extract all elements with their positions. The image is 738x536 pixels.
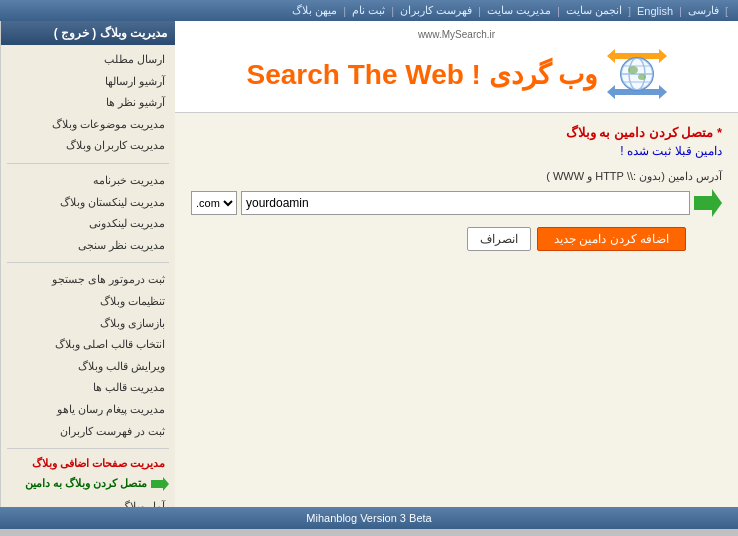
logo-text: وب گردی ! Search The Web — [247, 58, 599, 91]
domain-label: آدرس دامین (بدون :\\ HTTP و WWW ) — [191, 170, 722, 183]
sidebar-link-linkstan[interactable]: مدیریت لینکستان وبلاگ — [1, 192, 175, 214]
arrow-icon — [694, 189, 722, 217]
add-domain-button[interactable]: اضافه کردن دامین جدید — [537, 227, 686, 251]
topbar-link-mihanblog[interactable]: میهن بلاگ — [292, 4, 337, 17]
input-row: .com .net .org .ir — [191, 189, 722, 217]
sidebar-link-settings[interactable]: تنظیمات وبلاگ — [1, 291, 175, 313]
sidebar-link-archive-comments[interactable]: آرشیو نظر ها — [1, 92, 175, 114]
logo-area: www.MySearch.ir — [175, 21, 738, 113]
content-area: www.MySearch.ir — [175, 21, 738, 507]
sidebar-link-select-template[interactable]: انتخاب قالب اصلی وبلاگ — [1, 334, 175, 356]
sidebar-green-arrow-icon — [151, 477, 169, 491]
topbar-link-forum[interactable]: انجمن سایت — [566, 4, 622, 17]
svg-point-8 — [628, 66, 638, 74]
footer: Mihanblog Version 3 Beta — [0, 507, 738, 529]
sidebar: مدیریت وبلاگ ( خروج ) ارسال مطلب آرشیو ا… — [0, 21, 175, 507]
top-bar: میهن بلاگ | ثبت نام | فهرست کاربران | مد… — [0, 0, 738, 21]
tld-select[interactable]: .com .net .org .ir — [191, 191, 237, 215]
topbar-lang-en[interactable]: English — [637, 5, 673, 17]
sidebar-group-3: ثبت درموتور های جستجو تنظیمات وبلاگ بازس… — [1, 267, 175, 444]
footer-text: Mihanblog Version 3 Beta — [306, 512, 431, 524]
sidebar-link-send-post[interactable]: ارسال مطلب — [1, 49, 175, 71]
sidebar-group-1: ارسال مطلب آرشیو ارسالها آرشیو نظر ها مد… — [1, 47, 175, 159]
logo-main: وب گردی ! Search The Web — [247, 44, 667, 104]
svg-point-9 — [638, 74, 646, 80]
sidebar-link-poll[interactable]: مدیریت نظر سنجی — [1, 235, 175, 257]
sidebar-link-connect-domain[interactable]: متصل کردن وبلاگ به دامین — [15, 473, 151, 495]
globe-icon — [607, 44, 667, 104]
svg-marker-10 — [694, 189, 722, 217]
button-row: اضافه کردن دامین جدید انصراف — [191, 227, 686, 251]
warning-text: دامین قبلا ثبت شده ! — [191, 144, 722, 158]
svg-marker-11 — [151, 477, 169, 491]
sidebar-link-newsletter[interactable]: مدیریت خبرنامه — [1, 170, 175, 192]
sidebar-link-archive-posts[interactable]: آرشیو ارسالها — [1, 71, 175, 93]
cancel-button[interactable]: انصراف — [467, 227, 531, 251]
sidebar-link-yahoo-msg[interactable]: مدیریت پیغام رسان یاهو — [1, 399, 175, 421]
sidebar-divider-1 — [7, 163, 169, 164]
topbar-lang-fa[interactable]: فارسی — [688, 4, 719, 17]
main-wrapper: www.MySearch.ir — [0, 21, 738, 507]
sidebar-link-users[interactable]: مدیریت کاربران وبلاگ — [1, 135, 175, 157]
sidebar-divider-2 — [7, 262, 169, 263]
domain-input[interactable] — [241, 191, 690, 215]
topbar-link-siteadmin[interactable]: مدیریت سایت — [487, 4, 551, 17]
sidebar-link-linkdoni[interactable]: مدیریت لینکدونی — [1, 213, 175, 235]
sidebar-group-2: مدیریت خبرنامه مدیریت لینکستان وبلاگ مدی… — [1, 168, 175, 258]
sidebar-link-topics[interactable]: مدیریت موضوعات وبلاگ — [1, 114, 175, 136]
sidebar-header: مدیریت وبلاگ ( خروج ) — [1, 21, 175, 45]
svg-point-7 — [621, 58, 653, 90]
sidebar-link-rebuild[interactable]: بازسازی وبلاگ — [1, 313, 175, 335]
logo-url: www.MySearch.ir — [418, 29, 495, 40]
topbar-link-userlist[interactable]: فهرست کاربران — [400, 4, 472, 17]
connect-title: متصل کردن دامین به وبلاگ — [191, 125, 722, 140]
sidebar-extra-pages: مدیریت صفحات اضافی وبلاگ — [1, 455, 175, 472]
sidebar-group-4: مدیریت صفحات اضافی وبلاگ متصل کردن وبلاگ… — [1, 453, 175, 507]
form-area: متصل کردن دامین به وبلاگ دامین قبلا ثبت … — [175, 113, 738, 507]
sidebar-arrow-item[interactable]: متصل کردن وبلاگ به دامین — [1, 472, 175, 496]
sidebar-link-templates[interactable]: مدیریت قالب ها — [1, 377, 175, 399]
sidebar-divider-3 — [7, 448, 169, 449]
sidebar-link-register-users[interactable]: ثبت در فهرست کاربران — [1, 421, 175, 443]
sidebar-link-stats[interactable]: آمار وبلاگ — [1, 496, 175, 507]
sidebar-link-search-engines[interactable]: ثبت درموتور های جستجو — [1, 269, 175, 291]
topbar-link-register[interactable]: ثبت نام — [352, 4, 385, 17]
sidebar-link-edit-template[interactable]: ویرایش قالب وبلاگ — [1, 356, 175, 378]
